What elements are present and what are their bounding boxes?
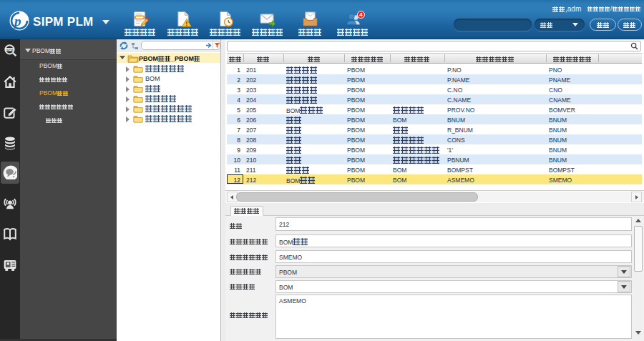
svg-text:p: p	[13, 14, 21, 29]
svg-text:SIPM: SIPM	[6, 48, 14, 51]
